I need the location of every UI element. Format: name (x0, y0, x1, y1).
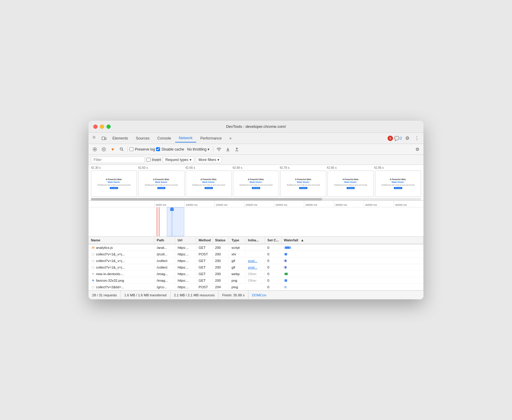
td-method-6: POST (196, 285, 213, 289)
th-waterfall[interactable]: Waterfall ▲ (281, 237, 423, 244)
settings-icon[interactable]: ⚙ (403, 134, 412, 142)
td-waterfall-1 (281, 252, 423, 257)
filter-button[interactable]: ▼ (109, 145, 117, 153)
tick-3: 20000 ms (244, 201, 274, 207)
table-row[interactable]: ⊕ favicon-32x32.png /imag... https:... G… (89, 277, 423, 284)
screenshot-4[interactable]: A Powerful Web.Made Easier. Simplifying … (280, 171, 326, 197)
record-button[interactable] (91, 145, 99, 153)
page-icon: □ (91, 259, 95, 263)
maximize-button[interactable] (106, 125, 111, 129)
th-path[interactable]: Path (154, 237, 175, 244)
table-row[interactable]: ▪ new-in-devtools-... /imag... https:...… (89, 271, 423, 277)
screenshot-6[interactable]: A Powerful Web.Made Easier. Simplifying … (375, 171, 421, 197)
td-initiator-2[interactable]: anal... (246, 258, 265, 263)
time-label-5: 42.80 s (327, 166, 374, 169)
tick-2: 15000 ms (214, 201, 244, 207)
td-method-2: GET (196, 258, 213, 263)
search-button[interactable] (118, 145, 126, 153)
td-status-5: 200 (213, 278, 229, 283)
tick-0: 5000 ms (154, 201, 184, 207)
tab-console[interactable]: Console (154, 134, 175, 142)
td-url-0: https:... (175, 245, 196, 250)
domcon-label: DOMCon (249, 291, 270, 299)
time-label-3: 42.68 s (232, 166, 280, 169)
console-badge[interactable]: 💬 2 (394, 136, 402, 141)
td-type-1: xhr (229, 252, 246, 257)
th-status[interactable]: Status (213, 237, 229, 244)
timeline-body[interactable] (89, 207, 423, 236)
tab-network[interactable]: Network (175, 134, 196, 142)
th-url[interactable]: Url (175, 237, 196, 244)
import-button[interactable] (224, 145, 232, 153)
screenshot-scrollbar[interactable] (91, 198, 421, 200)
td-setc-4: 0 (265, 272, 281, 276)
td-initiator-4: Other (246, 272, 265, 276)
svg-line-12 (122, 150, 124, 151)
timeline-selection (167, 207, 184, 236)
td-status-4: 200 (213, 272, 229, 276)
minimize-button[interactable] (100, 125, 104, 129)
red-line-1 (157, 207, 157, 236)
timeline-cursor[interactable] (172, 207, 172, 236)
more-filters-button[interactable]: More filters ▾ (196, 157, 222, 163)
td-waterfall-2 (281, 258, 423, 263)
wifi-icon[interactable] (215, 145, 223, 153)
tick-1: 10000 ms (184, 201, 214, 207)
error-badge[interactable]: 6 (388, 136, 393, 141)
filter-input[interactable] (91, 157, 145, 163)
table-row[interactable]: JS analytics.js /anal... https:... GET 2… (89, 244, 423, 251)
td-name-0: JS analytics.js (89, 245, 154, 250)
filter-bar: Invert Request types ▾ More filters ▾ (89, 155, 423, 165)
tab-sources[interactable]: Sources (132, 134, 153, 142)
device-toggle-icon[interactable] (100, 134, 108, 142)
finish-time: Finish: 35.88 s (219, 291, 249, 299)
tick-7: 40000 ms (364, 201, 394, 207)
screenshot-0[interactable]: A Powerful Web.Made Easier. Simplifying … (91, 171, 137, 197)
th-method[interactable]: Method (196, 237, 213, 244)
table-row[interactable]: □ collect?v=1&_v=j... /collect https:...… (89, 257, 423, 264)
resources-size: 2.1 MB / 2.1 MB resources (170, 291, 219, 299)
close-button[interactable] (93, 125, 97, 129)
cursor-icon[interactable] (91, 134, 99, 142)
td-path-6: /g/co... (154, 285, 175, 289)
td-url-4: https:... (175, 272, 196, 276)
th-name[interactable]: Name (89, 237, 154, 244)
tab-more[interactable]: » (226, 134, 235, 142)
td-name-1: □ collect?v=1&_v=j... (89, 252, 154, 257)
th-initiator[interactable]: Initia... (246, 237, 265, 244)
td-type-2: gif (229, 258, 246, 263)
screenshot-1[interactable]: A Powerful Web.Made Easier. Simplifying … (138, 171, 184, 197)
export-button[interactable] (233, 145, 241, 153)
table-row[interactable]: □ collect?v=1&_v=j... /j/coll... https:.… (89, 251, 423, 257)
request-types-button[interactable]: Request types ▾ (163, 157, 194, 163)
td-method-1: POST (196, 252, 213, 257)
screenshot-2[interactable]: A Powerful Web.Made Easier. Simplifying … (186, 171, 232, 197)
td-setc-5: 0 (265, 278, 281, 283)
preserve-log-checkbox[interactable]: Preserve log (129, 147, 155, 151)
network-settings-icon[interactable]: ⚙ (413, 145, 421, 153)
svg-point-7 (94, 148, 96, 150)
status-bar: 28 / 31 requests 1.6 MB / 1.6 MB transfe… (89, 290, 423, 299)
td-initiator-3[interactable]: anal... (246, 265, 265, 270)
svg-rect-4 (102, 137, 105, 140)
window-title: DevTools - developer.chrome.com/ (226, 124, 286, 129)
invert-checkbox[interactable]: Invert (147, 158, 161, 162)
tab-performance[interactable]: Performance (197, 134, 225, 142)
page-icon: □ (91, 285, 95, 289)
td-initiator-1 (246, 254, 265, 255)
td-status-3: 200 (213, 265, 229, 270)
disable-cache-checkbox[interactable]: Disable cache (156, 147, 184, 151)
stop-button[interactable] (100, 145, 108, 153)
throttle-select[interactable]: No throttling ▾ (185, 147, 211, 152)
td-name-2: □ collect?v=1&_v=j... (89, 258, 154, 263)
td-name-4: ▪ new-in-devtools-... (89, 271, 154, 277)
tab-elements[interactable]: Elements (109, 134, 132, 142)
more-options-icon[interactable]: ⋮ (413, 134, 421, 142)
screenshot-3[interactable]: A Powerful Web.Made Easier. Simplifying … (233, 171, 279, 197)
th-type[interactable]: Type (229, 237, 246, 244)
th-setc[interactable]: Set C... (265, 237, 281, 244)
table-row[interactable]: □ collect?v=2&tid=... /g/co... https:...… (89, 284, 423, 290)
screenshot-5[interactable]: A Powerful Web.Made Easier. Simplifying … (327, 171, 374, 197)
svg-rect-5 (105, 138, 106, 140)
table-row[interactable]: □ collect?v=1&_v=j... /collect https:...… (89, 264, 423, 271)
